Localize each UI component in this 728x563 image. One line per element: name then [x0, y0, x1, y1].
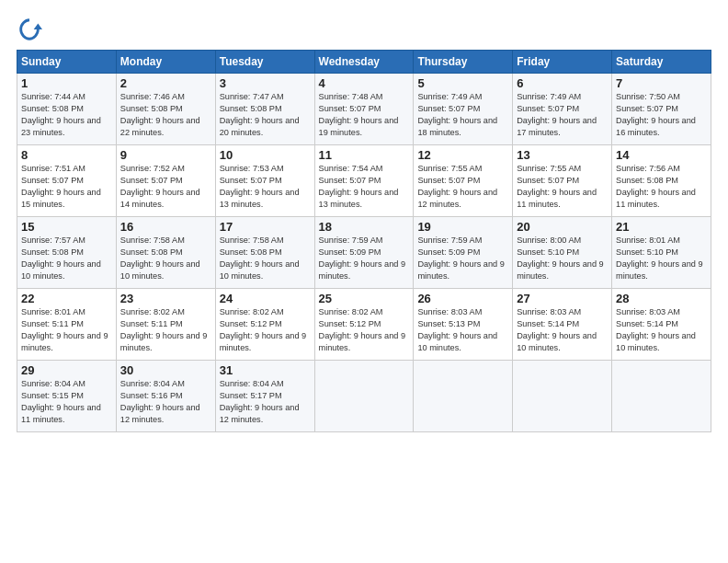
cell-content: Sunrise: 8:04 AMSunset: 5:16 PMDaylight:…: [120, 379, 200, 424]
day-number: 22: [21, 292, 112, 305]
cell-content: Sunrise: 7:51 AMSunset: 5:07 PMDaylight:…: [21, 164, 101, 209]
day-header-monday: Monday: [116, 51, 215, 74]
day-header-thursday: Thursday: [414, 51, 513, 74]
day-number: 9: [120, 148, 211, 162]
day-number: 31: [220, 363, 311, 377]
cell-content: Sunrise: 8:03 AMSunset: 5:14 PMDaylight:…: [517, 307, 597, 352]
day-number: 15: [21, 220, 112, 234]
day-number: 29: [21, 363, 112, 377]
cell-content: Sunrise: 7:54 AMSunset: 5:07 PMDaylight:…: [319, 164, 399, 209]
calendar-cell: [414, 361, 513, 432]
day-number: 4: [319, 76, 410, 90]
day-number: 26: [417, 292, 508, 305]
svg-marker-0: [34, 23, 42, 29]
calendar-cell: 19Sunrise: 7:59 AMSunset: 5:09 PMDayligh…: [414, 217, 513, 289]
calendar-cell: [612, 361, 711, 432]
calendar-cell: 5Sunrise: 7:49 AMSunset: 5:07 PMDaylight…: [414, 74, 513, 145]
cell-content: Sunrise: 7:47 AMSunset: 5:08 PMDaylight:…: [220, 92, 300, 137]
cell-content: Sunrise: 7:56 AMSunset: 5:08 PMDaylight:…: [616, 164, 696, 209]
calendar-cell: 24Sunrise: 8:02 AMSunset: 5:12 PMDayligh…: [215, 289, 314, 361]
day-number: 25: [319, 292, 410, 305]
cell-content: Sunrise: 7:55 AMSunset: 5:07 PMDaylight:…: [417, 164, 497, 209]
cell-content: Sunrise: 7:49 AMSunset: 5:07 PMDaylight:…: [417, 92, 497, 137]
header: [17, 17, 711, 42]
logo-icon: [17, 17, 42, 42]
calendar-cell: 15Sunrise: 7:57 AMSunset: 5:08 PMDayligh…: [17, 217, 117, 289]
calendar-table: SundayMondayTuesdayWednesdayThursdayFrid…: [17, 50, 711, 432]
calendar-cell: 2Sunrise: 7:46 AMSunset: 5:08 PMDaylight…: [116, 74, 215, 145]
cell-content: Sunrise: 7:49 AMSunset: 5:07 PMDaylight:…: [517, 92, 597, 137]
page: SundayMondayTuesdayWednesdayThursdayFrid…: [0, 0, 728, 442]
calendar-cell: 28Sunrise: 8:03 AMSunset: 5:14 PMDayligh…: [612, 289, 711, 361]
day-number: 3: [220, 76, 311, 90]
week-row-1: 1Sunrise: 7:44 AMSunset: 5:08 PMDaylight…: [17, 74, 711, 145]
day-number: 16: [120, 220, 211, 234]
day-number: 13: [517, 148, 608, 162]
day-number: 21: [616, 220, 707, 234]
calendar-cell: 30Sunrise: 8:04 AMSunset: 5:16 PMDayligh…: [116, 361, 215, 432]
day-number: 11: [319, 148, 410, 162]
week-row-3: 15Sunrise: 7:57 AMSunset: 5:08 PMDayligh…: [17, 217, 711, 289]
calendar-cell: 18Sunrise: 7:59 AMSunset: 5:09 PMDayligh…: [314, 217, 414, 289]
header-row: SundayMondayTuesdayWednesdayThursdayFrid…: [17, 51, 711, 74]
cell-content: Sunrise: 8:02 AMSunset: 5:11 PMDaylight:…: [120, 307, 208, 352]
day-number: 23: [120, 292, 211, 305]
cell-content: Sunrise: 7:48 AMSunset: 5:07 PMDaylight:…: [319, 92, 399, 137]
day-number: 5: [417, 76, 508, 90]
calendar-cell: 3Sunrise: 7:47 AMSunset: 5:08 PMDaylight…: [215, 74, 314, 145]
day-header-tuesday: Tuesday: [215, 51, 314, 74]
week-row-4: 22Sunrise: 8:01 AMSunset: 5:11 PMDayligh…: [17, 289, 711, 361]
calendar-cell: 25Sunrise: 8:02 AMSunset: 5:12 PMDayligh…: [314, 289, 414, 361]
cell-content: Sunrise: 8:04 AMSunset: 5:15 PMDaylight:…: [21, 379, 101, 424]
cell-content: Sunrise: 7:59 AMSunset: 5:09 PMDaylight:…: [417, 236, 505, 281]
calendar-cell: 27Sunrise: 8:03 AMSunset: 5:14 PMDayligh…: [513, 289, 612, 361]
calendar-cell: [513, 361, 612, 432]
day-number: 20: [517, 220, 608, 234]
cell-content: Sunrise: 8:02 AMSunset: 5:12 PMDaylight:…: [220, 307, 307, 352]
day-number: 30: [120, 363, 211, 377]
day-number: 10: [220, 148, 311, 162]
cell-content: Sunrise: 8:03 AMSunset: 5:13 PMDaylight:…: [417, 307, 497, 352]
cell-content: Sunrise: 7:58 AMSunset: 5:08 PMDaylight:…: [120, 236, 200, 281]
day-number: 28: [616, 292, 707, 305]
day-header-wednesday: Wednesday: [314, 51, 414, 74]
cell-content: Sunrise: 7:58 AMSunset: 5:08 PMDaylight:…: [220, 236, 300, 281]
logo: [17, 17, 46, 42]
calendar-cell: 17Sunrise: 7:58 AMSunset: 5:08 PMDayligh…: [215, 217, 314, 289]
calendar-cell: 14Sunrise: 7:56 AMSunset: 5:08 PMDayligh…: [612, 145, 711, 217]
calendar-cell: 31Sunrise: 8:04 AMSunset: 5:17 PMDayligh…: [215, 361, 314, 432]
calendar-cell: 22Sunrise: 8:01 AMSunset: 5:11 PMDayligh…: [17, 289, 117, 361]
calendar-cell: 7Sunrise: 7:50 AMSunset: 5:07 PMDaylight…: [612, 74, 711, 145]
week-row-2: 8Sunrise: 7:51 AMSunset: 5:07 PMDaylight…: [17, 145, 711, 217]
calendar-cell: 20Sunrise: 8:00 AMSunset: 5:10 PMDayligh…: [513, 217, 612, 289]
calendar-cell: 26Sunrise: 8:03 AMSunset: 5:13 PMDayligh…: [414, 289, 513, 361]
cell-content: Sunrise: 7:52 AMSunset: 5:07 PMDaylight:…: [120, 164, 200, 209]
day-number: 12: [417, 148, 508, 162]
calendar-cell: 29Sunrise: 8:04 AMSunset: 5:15 PMDayligh…: [17, 361, 117, 432]
cell-content: Sunrise: 7:57 AMSunset: 5:08 PMDaylight:…: [21, 236, 101, 281]
calendar-cell: 8Sunrise: 7:51 AMSunset: 5:07 PMDaylight…: [17, 145, 117, 217]
calendar-cell: 12Sunrise: 7:55 AMSunset: 5:07 PMDayligh…: [414, 145, 513, 217]
calendar-cell: 23Sunrise: 8:02 AMSunset: 5:11 PMDayligh…: [116, 289, 215, 361]
day-number: 18: [319, 220, 410, 234]
day-header-saturday: Saturday: [612, 51, 711, 74]
calendar-cell: 16Sunrise: 7:58 AMSunset: 5:08 PMDayligh…: [116, 217, 215, 289]
calendar-cell: [314, 361, 414, 432]
day-number: 17: [220, 220, 311, 234]
cell-content: Sunrise: 8:00 AMSunset: 5:10 PMDaylight:…: [517, 236, 604, 281]
day-number: 14: [616, 148, 707, 162]
cell-content: Sunrise: 7:44 AMSunset: 5:08 PMDaylight:…: [21, 92, 101, 137]
day-number: 8: [21, 148, 112, 162]
day-number: 19: [417, 220, 508, 234]
calendar-cell: 1Sunrise: 7:44 AMSunset: 5:08 PMDaylight…: [17, 74, 117, 145]
day-number: 27: [517, 292, 608, 305]
cell-content: Sunrise: 7:59 AMSunset: 5:09 PMDaylight:…: [319, 236, 406, 281]
day-header-sunday: Sunday: [17, 51, 117, 74]
cell-content: Sunrise: 8:01 AMSunset: 5:11 PMDaylight:…: [21, 307, 108, 352]
calendar-cell: 4Sunrise: 7:48 AMSunset: 5:07 PMDaylight…: [314, 74, 414, 145]
day-number: 6: [517, 76, 608, 90]
calendar-cell: 13Sunrise: 7:55 AMSunset: 5:07 PMDayligh…: [513, 145, 612, 217]
day-number: 1: [21, 76, 112, 90]
cell-content: Sunrise: 7:53 AMSunset: 5:07 PMDaylight:…: [220, 164, 300, 209]
week-row-5: 29Sunrise: 8:04 AMSunset: 5:15 PMDayligh…: [17, 361, 711, 432]
